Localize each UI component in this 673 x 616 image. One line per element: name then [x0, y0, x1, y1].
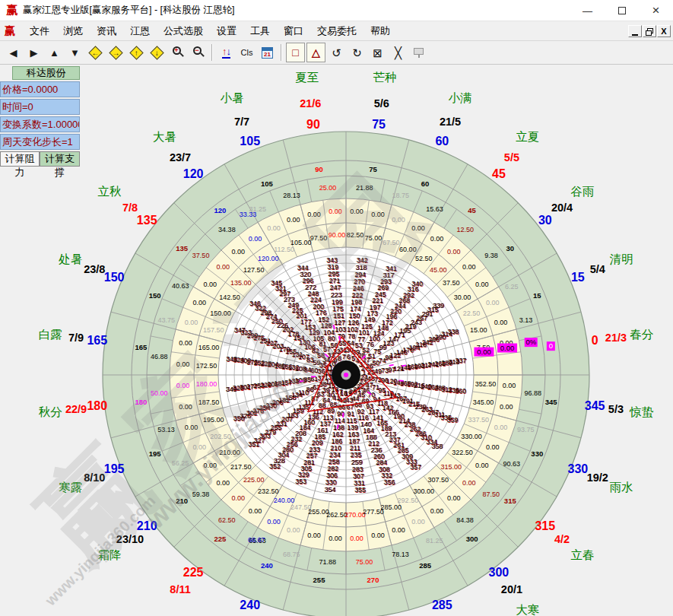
menu-item-设置[interactable]: 设置 [210, 22, 243, 40]
menu-item-帮助[interactable]: 帮助 [363, 22, 397, 40]
price-ring-label: 45.00 [430, 266, 447, 274]
shift-left-button[interactable]: ← [86, 43, 105, 62]
mdi-restore-button[interactable] [643, 25, 656, 37]
screen-button[interactable] [409, 43, 428, 62]
solar-date-label: 23/10 [116, 533, 144, 545]
zero-ring-label: 0.00 [462, 263, 476, 271]
price-ring-label: 315.00 [441, 463, 462, 471]
solar-date-label: 5/4 [590, 263, 605, 275]
degree-ring-label: 255 [313, 576, 326, 584]
shift-up-button[interactable]: ↑ [127, 43, 146, 62]
percent-ring-label: 6.25 [505, 283, 519, 291]
percent-ring-label: 59.38 [192, 491, 210, 498]
parameter-field: 时间=0 [0, 99, 80, 115]
percent-ring-label: 56.25 [172, 459, 189, 467]
solar-date-label: 20/1 [501, 583, 522, 595]
degree-ring-label: 150 [149, 291, 161, 300]
magenta-marker [300, 381, 304, 382]
price-ring-label: 345.00 [473, 398, 494, 406]
outer-degree-label: 120 [183, 167, 204, 180]
degree-ring-label: 120 [214, 206, 226, 214]
cls-button[interactable]: Cls [237, 43, 256, 62]
solar-date-label: 8/10 [84, 472, 105, 484]
zero-ring-label: 0.00 [217, 479, 230, 487]
menu-item-资讯[interactable]: 资讯 [90, 22, 123, 40]
calendar-button[interactable]: 21 [258, 43, 277, 62]
triangle-tool-button[interactable]: △ [306, 43, 325, 62]
zero-ring-label: 0.00 [430, 235, 444, 243]
rotate-cw-button[interactable]: ↻ [348, 43, 367, 62]
outer-degree-label: 210 [137, 519, 157, 532]
zero-ring-label: 0.00 [371, 532, 385, 539]
outer-degree-label: 60 [435, 135, 449, 148]
menu-item-文件[interactable]: 文件 [23, 22, 56, 40]
degree-ring-label: 45 [468, 206, 476, 214]
menu-item-浏览[interactable]: 浏览 [56, 22, 90, 40]
zero-ring-label: 0.00 [475, 462, 489, 469]
zero-ring-label: 0.00 [392, 216, 405, 224]
zero-ring-label: 0.00 [192, 443, 206, 451]
zoom-in-button[interactable]: + [168, 43, 187, 62]
shift-right-button[interactable]: → [106, 43, 125, 62]
zoom-out-button[interactable]: − [189, 43, 208, 62]
parameter-field: 价格=0.0000 [0, 81, 80, 97]
solar-date-label: 5/6 [374, 97, 389, 110]
nav-down-button[interactable]: ▼ [65, 43, 84, 62]
solar-term-label: 夏至 [295, 71, 319, 84]
price-ring-label: 15.00 [470, 326, 487, 334]
zero-ring-label: 0.00 [430, 507, 444, 515]
price-ring-label: 165.00 [198, 344, 220, 351]
close-button[interactable]: × [639, 0, 673, 21]
calc-support-button[interactable]: 计算支撑 [40, 151, 80, 167]
solar-term-label: 处暑 [58, 252, 82, 265]
zero-ring-label: 0.00 [371, 211, 385, 218]
menu-item-工具[interactable]: 工具 [243, 22, 277, 40]
center-cross-button[interactable]: ╳ [389, 43, 408, 62]
outer-degree-label: 0 [592, 334, 598, 347]
menu-item-交易委托[interactable]: 交易委托 [310, 22, 363, 40]
square-tool-button[interactable]: □ [286, 43, 305, 62]
price-ring-label: 30.00 [454, 294, 471, 301]
menu-item-窗口[interactable]: 窗口 [277, 22, 310, 40]
sort-updown-button[interactable]: ↑↓ [217, 43, 236, 62]
price-ring-label: 60.00 [399, 246, 417, 253]
zero-ring-label: 0.00 [231, 248, 245, 256]
shift-down-button[interactable]: ↓ [148, 43, 167, 62]
mdi-minimize-button[interactable] [628, 25, 642, 37]
solar-term-label: 清明 [610, 252, 633, 265]
price-ring-label: 135.00 [230, 279, 252, 287]
zero-ring-label: 0.00 [494, 424, 508, 431]
zero-ring-label: 0.00 [494, 319, 508, 326]
zero-ring-label: 0.00 [176, 360, 190, 368]
minimize-button[interactable]: — [570, 0, 605, 21]
zero-ring-label: 0.00 [447, 494, 461, 502]
zero-ring-label: 0.00 [329, 535, 342, 542]
solar-term-label: 雨水 [610, 481, 633, 494]
parameter-panel: 科达股份 价格=0.0000时间=0变换系数=1.00000周天变化步长=1 计… [0, 66, 80, 167]
price-ring-label: 225.00 [243, 476, 265, 484]
rotate-ccw-button[interactable]: ↺ [327, 43, 346, 62]
percent-ring-label: 96.88 [525, 389, 542, 397]
mdi-close-button[interactable]: X [657, 25, 671, 37]
price-ring-label: 330.00 [461, 433, 482, 440]
menu-item-公式选股[interactable]: 公式选股 [157, 22, 210, 40]
zero-ring-label: 0.00 [392, 526, 405, 534]
nav-left-button[interactable]: ◀ [4, 43, 23, 62]
gann-wheel[interactable]: 1530456075901051201351501651801952102252… [0, 65, 673, 616]
maximize-button[interactable] [605, 0, 639, 21]
solar-date-label: 21/6 [300, 97, 321, 110]
outer-degree-label: 165 [87, 334, 107, 347]
grid-box-button[interactable]: ⊠ [368, 43, 387, 62]
zero-ring-label: 0.00 [179, 339, 192, 347]
solar-term-label: 小满 [449, 91, 472, 104]
nav-right-button[interactable]: ▶ [24, 43, 43, 62]
menu-item-江恩[interactable]: 江恩 [123, 22, 157, 40]
price-ring-label: 97.50 [310, 234, 328, 242]
outer-degree-label: 345 [585, 399, 605, 412]
zero-ring-label: 0.00 [185, 319, 198, 326]
gann-wheel-canvas[interactable]: 1530456075901051201351501651801952102252… [0, 65, 673, 616]
nav-up-button[interactable]: ▲ [45, 43, 64, 62]
zero-ring-label: 0.00 [350, 535, 363, 542]
calc-resistance-button[interactable]: 计算阻力 [0, 151, 40, 167]
outer-degree-label: 45 [492, 167, 506, 180]
